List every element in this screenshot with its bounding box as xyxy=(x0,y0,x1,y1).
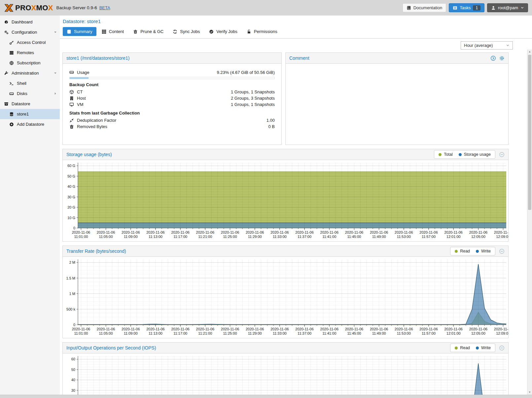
database-icon xyxy=(9,112,14,116)
sidebar-item-shell[interactable]: Shell xyxy=(0,78,60,88)
minus-circle-icon[interactable] xyxy=(499,345,505,351)
legend-item-storage-usage[interactable]: Storage usage xyxy=(459,152,491,157)
beta-link[interactable]: BETA xyxy=(99,5,110,10)
chart-legend: ReadWrite xyxy=(450,247,495,255)
tab-summary[interactable]: Summary xyxy=(63,27,96,36)
legend-dot xyxy=(439,153,442,156)
svg-text:11:05:00: 11:05:00 xyxy=(99,235,113,239)
comment-body[interactable] xyxy=(286,64,508,145)
svg-text:11:17:00: 11:17:00 xyxy=(173,331,187,335)
user-menu-button[interactable]: root@pam xyxy=(487,3,528,12)
svg-text:2020-11-06: 2020-11-06 xyxy=(122,230,140,234)
minus-circle-icon[interactable] xyxy=(499,249,505,254)
svg-text:50 G: 50 G xyxy=(67,174,75,178)
svg-text:2020-11-06: 2020-11-06 xyxy=(469,230,487,234)
sidebar-item-store1[interactable]: store1 xyxy=(0,109,60,119)
sidebar-item-datastore[interactable]: Datastore xyxy=(0,99,60,109)
svg-text:11:33:00: 11:33:00 xyxy=(273,235,287,239)
stat-row-vm: VM1 Groups, 1 Snapshots xyxy=(69,101,275,108)
sidebar-item-access-control[interactable]: Access Control xyxy=(0,37,60,48)
svg-text:2020-11-06: 2020-11-06 xyxy=(320,230,338,234)
sidebar-item-dashboard[interactable]: Dashboard xyxy=(0,17,60,27)
vertical-scrollbar[interactable]: ▲ ▼ xyxy=(527,50,532,395)
tab-label: Verify Jobs xyxy=(216,29,237,34)
sidebar-item-configuration[interactable]: Configuration xyxy=(0,27,60,37)
wrench-icon xyxy=(4,71,9,76)
sidebar-item-label: Administration xyxy=(12,71,51,76)
svg-text:2020-11-06: 2020-11-06 xyxy=(221,327,239,331)
legend-item-read[interactable]: Read xyxy=(455,249,470,253)
terminal-icon xyxy=(9,81,14,86)
tab-verify-jobs[interactable]: Verify Jobs xyxy=(205,27,241,36)
check-circle-icon xyxy=(209,29,214,34)
svg-text:11:01:00: 11:01:00 xyxy=(74,331,88,335)
legend-item-write[interactable]: Write xyxy=(476,249,491,253)
grid-icon xyxy=(102,29,106,34)
svg-text:2020-11-06: 2020-11-06 xyxy=(494,230,508,234)
scroll-down-arrow[interactable]: ▼ xyxy=(527,390,532,395)
svg-text:2020-11-06: 2020-11-06 xyxy=(345,327,363,331)
svg-text:12:05:00: 12:05:00 xyxy=(471,235,485,239)
minus-circle-icon[interactable] xyxy=(499,152,505,157)
sidebar-item-administration[interactable]: Administration xyxy=(0,68,60,78)
legend-item-total[interactable]: Total xyxy=(439,152,452,157)
svg-text:11:49:00: 11:49:00 xyxy=(372,235,386,239)
caret-down-icon[interactable] xyxy=(53,71,57,75)
backup-count-title: Backup Count xyxy=(69,82,275,87)
svg-text:11:13:00: 11:13:00 xyxy=(149,331,162,335)
svg-text:11:49:00: 11:49:00 xyxy=(372,331,386,335)
gear-icon[interactable] xyxy=(499,55,505,61)
sidebar-item-disks[interactable]: Disks xyxy=(0,88,60,99)
svg-text:2020-11-06: 2020-11-06 xyxy=(370,327,388,331)
svg-text:40: 40 xyxy=(71,378,75,382)
svg-text:2020-11-06: 2020-11-06 xyxy=(295,327,313,331)
svg-text:2020-11-06: 2020-11-06 xyxy=(171,230,189,234)
tab-prune-gc[interactable]: Prune & GC xyxy=(129,27,167,36)
sidebar-item-label: Disks xyxy=(17,91,51,96)
caret-down-icon[interactable] xyxy=(53,30,57,34)
legend-item-read[interactable]: Read xyxy=(455,346,470,350)
tab-sync-jobs[interactable]: Sync Jobs xyxy=(169,27,204,36)
scrollbar-thumb[interactable] xyxy=(528,55,531,210)
svg-text:11:09:00: 11:09:00 xyxy=(124,235,138,239)
tab-content[interactable]: Content xyxy=(98,27,128,36)
tab-bar: SummaryContentPrune & GCSync JobsVerify … xyxy=(60,24,532,39)
svg-text:2020-11-06: 2020-11-06 xyxy=(196,327,214,331)
chart-legend: ReadWrite xyxy=(450,344,495,352)
svg-text:0: 0 xyxy=(73,226,75,230)
svg-text:2020-11-06: 2020-11-06 xyxy=(370,230,388,234)
svg-text:12:09:00: 12:09:00 xyxy=(496,331,508,335)
sidebar-item-remotes[interactable]: Remotes xyxy=(0,48,60,58)
svg-text:11:13:00: 11:13:00 xyxy=(149,235,162,239)
book-icon xyxy=(407,6,411,10)
timeframe-select[interactable]: Hour (average) xyxy=(461,41,513,50)
hdd-icon xyxy=(69,70,74,75)
sidebar: DashboardConfigurationAccess ControlRemo… xyxy=(0,16,60,395)
svg-text:2020-11-06: 2020-11-06 xyxy=(419,327,438,331)
svg-text:11:05:00: 11:05:00 xyxy=(99,331,113,335)
gauge-icon xyxy=(4,20,9,24)
product-version: Backup Server 0.9-6 xyxy=(56,5,97,10)
svg-text:11:53:00: 11:53:00 xyxy=(397,235,411,239)
sidebar-item-add-datastore[interactable]: Add Datastore xyxy=(0,119,60,129)
svg-text:1 M: 1 M xyxy=(69,292,75,296)
display-icon xyxy=(69,102,74,107)
sidebar-item-subscription[interactable]: Subscription xyxy=(0,58,60,68)
chevron-circle-right-icon[interactable] xyxy=(490,55,496,61)
svg-text:2020-11-06: 2020-11-06 xyxy=(171,327,189,331)
legend-label: Read xyxy=(460,249,470,253)
stat-label: Removed Bytes xyxy=(77,124,107,129)
storage-usage-chart: 2020-11-0611:01:002020-11-0611:05:002020… xyxy=(63,160,508,241)
legend-label: Storage usage xyxy=(464,152,491,157)
caret-right-icon[interactable] xyxy=(53,92,57,95)
scroll-up-arrow[interactable]: ▲ xyxy=(527,50,532,54)
key-icon xyxy=(9,40,14,45)
top-header: PROXMOX Backup Server 0.9-6 BETA Documen… xyxy=(0,0,532,16)
documentation-button[interactable]: Documentation xyxy=(403,3,446,12)
stat-value: 1 Groups, 1 Snapshots xyxy=(231,89,275,94)
tab-permissions[interactable]: Permissions xyxy=(243,27,281,36)
tasks-button[interactable]: Tasks 1 xyxy=(449,3,484,12)
svg-text:11:45:00: 11:45:00 xyxy=(347,235,361,239)
legend-item-write[interactable]: Write xyxy=(476,346,491,350)
proxmox-x-icon xyxy=(4,3,14,13)
